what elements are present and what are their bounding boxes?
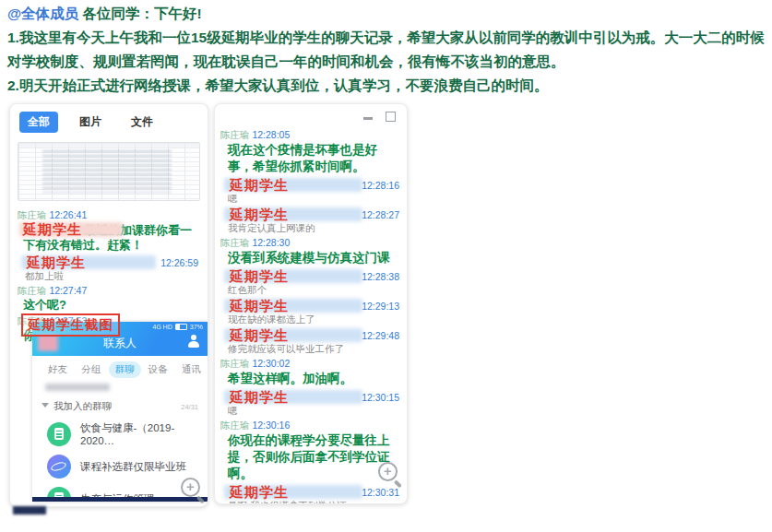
teacher-message: 你现在的课程学分要尽量往上提，否则你后面拿不到学位证啊。 <box>228 432 401 482</box>
signal-label: 4G HD <box>153 324 172 330</box>
section-title: 我加入的群聊 <box>42 400 112 413</box>
battery-icon <box>175 324 187 330</box>
phone-tab-设备[interactable]: 设备 <box>142 361 174 378</box>
minimize-icon[interactable] <box>363 117 373 120</box>
filter-tab-图片[interactable]: 图片 <box>71 112 110 133</box>
message-timestamp: 12:30:15 <box>362 392 399 403</box>
phone-tab-通讯[interactable]: 通讯 <box>175 361 208 378</box>
group-list-item[interactable]: 课程补选群仅限毕业班 <box>47 455 208 479</box>
redacted-student-label: 延期学生 <box>220 327 289 343</box>
message-sender-row: 陈庄瑜 12:27:47 <box>18 285 200 297</box>
sender-name: 陈庄瑜 <box>220 358 252 369</box>
sender-name: 陈庄瑜 <box>220 129 252 140</box>
announcement-paragraph-1: 1.我这里有今天上午我和一位15级延期毕业的学生的聊天记录，希望大家从以前同学的… <box>7 26 767 74</box>
announcement-paragraph-2: 2.明天开始正式进行网络授课，希望大家认真到位，认真学习，不要浪费自己的时间。 <box>7 74 767 98</box>
message-timestamp: 12:28:16 <box>362 180 399 191</box>
sender-name: 陈庄瑜 <box>220 420 252 431</box>
section-count: 24/31 <box>181 403 198 411</box>
message-sender-row: 陈庄瑜 12:26:41 <box>18 209 200 221</box>
message-timestamp: 12:27:47 <box>49 285 87 296</box>
message-sender-row: 陈庄瑜 12:30:02 <box>220 358 401 370</box>
message-timestamp: 12:28:30 <box>252 237 290 248</box>
message-timestamp: 12:26:41 <box>49 209 87 220</box>
add-contact-icon[interactable] <box>187 335 200 349</box>
student-label-row: 延期学生12:29:48 <box>220 327 401 343</box>
redacted-student-label: 延期学生 <box>220 389 289 405</box>
student-label-row: 延期学生12:28:27 <box>220 207 401 222</box>
student-label-row: 延期学生12:30:15 <box>220 389 401 405</box>
sender-name: 陈庄瑜 <box>220 237 252 248</box>
right-chat-screenshot[interactable]: 陈庄瑜 12:28:05现在这个疫情是坏事也是好事，希望你抓紧时间啊。延期学生1… <box>214 103 408 504</box>
phone-tab-分组[interactable]: 分组 <box>75 361 107 378</box>
message-sender-row: 陈庄瑜 12:28:05 <box>220 129 401 141</box>
student-label-row: 延期学生12:30:31 <box>220 484 401 500</box>
magnifier-icon[interactable] <box>181 478 200 497</box>
teacher-message: 希望这样啊。加油啊。 <box>228 371 401 387</box>
announcement: @全体成员 各位同学：下午好! 1.我这里有今天上午我和一位15级延期毕业的学生… <box>7 2 767 98</box>
teacher-message: 延期学生最近的加课群你看一下有没有错过。赶紧！ <box>23 222 200 253</box>
greeting-line: @全体成员 各位同学：下午好! <box>7 2 767 26</box>
message-sender-row: 陈庄瑜 12:30:16 <box>220 420 401 432</box>
redacted-student-label: 延期学生 <box>220 207 289 222</box>
student-message: 都加上啦 <box>25 270 200 282</box>
redacted-student-label: 延期学生 <box>220 268 289 284</box>
sender-name: 陈庄瑜 <box>18 285 49 296</box>
message-timestamp: 12:28:05 <box>252 129 290 140</box>
spreadsheet-thumbnail[interactable] <box>18 142 200 201</box>
redacted-student-label: 延期学生 <box>220 177 289 193</box>
group-name: 课程补选群仅限毕业班 <box>80 460 186 474</box>
message-timestamp: 12:28:27 <box>362 209 399 220</box>
phone-title: 联系人 <box>32 336 208 351</box>
phone-tabs: 好友分组群聊设备通讯 <box>32 356 208 382</box>
group-name: 饮食与健康-（2019-2020… <box>80 421 208 446</box>
student-message: 修完就应该可以毕业工作了 <box>228 343 401 355</box>
teacher-message: 这个呢? <box>23 298 200 313</box>
censored-label-wrap: 延期学生 <box>23 223 84 237</box>
phone-status-bar: 4G HD 37% <box>153 324 203 330</box>
blurred-row <box>45 384 110 391</box>
teacher-message: 没看到系统建模与仿真这门课 <box>228 250 401 266</box>
doc-icon <box>47 422 71 446</box>
redacted-student-label: 延期学生 <box>220 484 289 500</box>
student-message: 红色那个 <box>228 284 401 296</box>
student-message: 嗯 <box>228 193 401 205</box>
mention-all-members[interactable]: @全体成员 <box>7 6 78 21</box>
joined-groups-section[interactable]: 我加入的群聊 24/31 <box>42 400 198 413</box>
student-label-row: 延期学生12:28:38 <box>220 268 401 284</box>
message-timestamp: 12:28:38 <box>362 271 399 282</box>
greeting-text: 各位同学：下午好! <box>82 6 201 21</box>
annotation-box: 延期学生截图 <box>21 313 120 337</box>
message-timestamp: 12:30:31 <box>362 487 399 498</box>
student-message: 现在缺的课都选上了 <box>228 313 401 325</box>
message-timestamp: 12:30:02 <box>252 358 290 369</box>
planet-icon <box>47 455 71 479</box>
battery-percent: 37% <box>190 324 203 330</box>
phone-tab-好友[interactable]: 好友 <box>42 361 74 378</box>
message-sender-row: 陈庄瑜 12:28:30 <box>220 237 401 249</box>
window-controls <box>363 112 396 122</box>
redacted-student-label: 延期学生 <box>220 298 289 313</box>
sender-name: 陈庄瑜 <box>18 209 49 220</box>
group-list-item[interactable]: 饮食与健康-（2019-2020… <box>47 421 208 446</box>
magnifier-icon[interactable] <box>378 462 398 481</box>
student-message: 嗯 <box>228 405 401 417</box>
maximize-icon[interactable] <box>386 112 396 122</box>
blurred-fragment <box>13 506 46 514</box>
right-chat-messages: 陈庄瑜 12:28:05现在这个疫情是坏事也是好事，希望你抓紧时间啊。延期学生1… <box>215 104 407 504</box>
page: @全体成员 各位同学：下午好! 1.我这里有今天上午我和一位15级延期毕业的学生… <box>0 0 772 532</box>
message-timestamp: 12:26:59 <box>160 257 198 268</box>
message-timestamp: 12:29:13 <box>362 301 399 312</box>
filter-tabs: 全部图片文件 <box>10 104 208 136</box>
teacher-message: 现在这个疫情是坏事也是好事，希望你抓紧时间啊。 <box>228 142 401 175</box>
filter-tab-文件[interactable]: 文件 <box>123 112 161 133</box>
student-label-row: 延期学生12:29:13 <box>220 298 401 313</box>
phone-tab-群聊[interactable]: 群聊 <box>109 361 141 378</box>
filter-tab-全部[interactable]: 全部 <box>19 112 58 133</box>
collapse-triangle-icon[interactable] <box>42 403 49 408</box>
message-timestamp: 12:30:16 <box>252 420 290 431</box>
left-chat-screenshot[interactable]: 全部图片文件 陈庄瑜 12:26:41延期学生最近的加课群你看一下有没有错过。赶… <box>9 103 208 507</box>
student-label-row: 延期学生12:26:59 <box>18 254 200 270</box>
redacted-student-label: 延期学生 <box>23 221 82 237</box>
student-message: 是啊 我也很慌拿不到学位证 <box>228 500 401 504</box>
phone-bottom-bar <box>32 497 208 502</box>
